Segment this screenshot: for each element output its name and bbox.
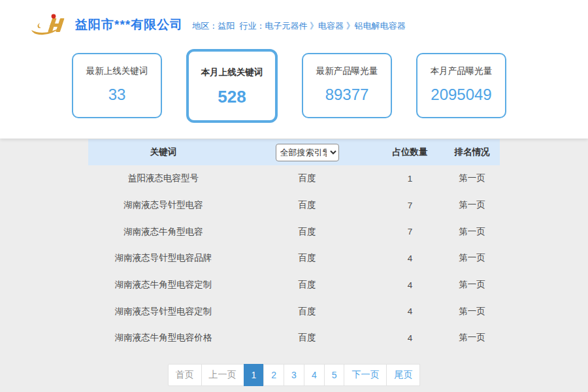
keyword-cell: 湖南液态导针型电容品牌	[88, 252, 238, 264]
occupancy-cell: 4	[376, 253, 444, 263]
occupancy-cell: 4	[376, 306, 444, 316]
company-logo-icon	[29, 12, 70, 37]
rank-cell: 第一页	[444, 226, 500, 238]
occupancy-cell: 4	[376, 280, 444, 290]
breadcrumb: 地区：益阳 行业：电子元器件 》电容器 》铝电解电容器	[192, 18, 405, 32]
column-header-keyword: 关键词	[88, 146, 238, 158]
engine-filter-cell: 全部搜索引擎	[238, 144, 376, 161]
occupancy-cell: 7	[376, 201, 444, 210]
stat-card[interactable]: 本月上线关键词 528	[186, 49, 278, 123]
rank-cell: 第一页	[444, 172, 500, 184]
column-header-ranking: 排名情况	[444, 146, 500, 158]
company-name: 益阳市***有限公司	[75, 16, 183, 33]
pagination-button[interactable]: 1	[244, 364, 265, 386]
table-row: 湖南液态牛角型电容价格 百度 4 第一页	[88, 325, 500, 351]
keyword-cell: 湖南液态牛角型电容价格	[88, 332, 238, 344]
column-header-occupancy: 占位数量	[376, 146, 444, 158]
stat-card-value: 528	[189, 87, 275, 107]
engine-cell: 百度	[238, 279, 376, 291]
stat-card-value: 89377	[303, 86, 391, 104]
rank-cell: 第一页	[444, 306, 500, 318]
engine-cell: 百度	[238, 252, 376, 264]
occupancy-cell: 1	[376, 174, 444, 184]
stat-cards: 最新上线关键词 33 本月上线关键词 528 最新产品曝光量 89377 本月产…	[72, 47, 588, 124]
table-row: 湖南液态牛角型电容 百度 7 第一页	[88, 218, 500, 245]
engine-cell: 百度	[238, 332, 376, 344]
occupancy-cell: 7	[376, 227, 444, 237]
pagination-button[interactable]: 上一页	[201, 364, 244, 386]
rank-cell: 第一页	[444, 332, 500, 344]
keyword-cell: 湖南液态导针型电容定制	[88, 306, 238, 318]
top-panel: 益阳市***有限公司 地区：益阳 行业：电子元器件 》电容器 》铝电解电容器 最…	[0, 0, 588, 139]
table-header-row: 关键词 全部搜索引擎 占位数量 排名情况	[88, 139, 500, 165]
engine-filter-select[interactable]: 全部搜索引擎	[276, 144, 339, 161]
engine-cell: 百度	[238, 172, 376, 184]
keyword-cell: 湖南液态牛角型电容定制	[88, 279, 238, 291]
stat-card-label: 本月产品曝光量	[417, 65, 505, 77]
table-row: 湖南液态牛角型电容定制 百度 4 第一页	[88, 272, 500, 299]
stat-card-value: 33	[73, 86, 161, 104]
engine-cell: 百度	[238, 199, 376, 211]
rank-cell: 第一页	[444, 199, 500, 211]
stat-card[interactable]: 本月产品曝光量 2095049	[416, 53, 506, 118]
keyword-table: 关键词 全部搜索引擎 占位数量 排名情况 益阳液态电容型号 百度 1 第一页 湖…	[88, 139, 500, 351]
pagination-button[interactable]: 3	[284, 364, 304, 386]
stat-card-value: 2095049	[417, 86, 505, 104]
table-row: 湖南液态导针型电容 百度 7 第一页	[88, 192, 500, 219]
stat-card[interactable]: 最新上线关键词 33	[72, 53, 162, 118]
stat-card-label: 最新上线关键词	[73, 65, 161, 77]
rank-cell: 第一页	[444, 279, 500, 291]
app-header: 益阳市***有限公司 地区：益阳 行业：电子元器件 》电容器 》铝电解电容器	[0, 0, 588, 37]
table-row: 湖南液态导针型电容定制 百度 4 第一页	[88, 298, 500, 325]
pagination-button[interactable]: 尾页	[386, 364, 420, 386]
pagination-button[interactable]: 5	[324, 364, 345, 386]
pagination: 首页 上一页 1 2 3 4 5 下一页 尾页	[0, 364, 588, 386]
stat-card[interactable]: 最新产品曝光量 89377	[302, 53, 392, 118]
pagination-button[interactable]: 4	[304, 364, 325, 386]
stat-card-label: 本月上线关键词	[189, 67, 275, 78]
keyword-cell: 湖南液态导针型电容	[88, 199, 238, 211]
table-row: 湖南液态导针型电容品牌 百度 4 第一页	[88, 245, 500, 272]
engine-cell: 百度	[238, 306, 376, 318]
keyword-cell: 湖南液态牛角型电容	[88, 226, 238, 238]
rank-cell: 第一页	[444, 252, 500, 264]
pagination-button[interactable]: 下一页	[344, 364, 387, 386]
main-area: 关键词 全部搜索引擎 占位数量 排名情况 益阳液态电容型号 百度 1 第一页 湖…	[0, 139, 588, 386]
table-row: 益阳液态电容型号 百度 1 第一页	[88, 165, 500, 192]
occupancy-cell: 4	[376, 333, 444, 343]
keyword-cell: 益阳液态电容型号	[88, 172, 238, 184]
engine-cell: 百度	[238, 226, 376, 238]
pagination-button[interactable]: 首页	[168, 364, 202, 386]
stat-card-label: 最新产品曝光量	[303, 65, 391, 77]
pagination-button[interactable]: 2	[263, 364, 284, 386]
